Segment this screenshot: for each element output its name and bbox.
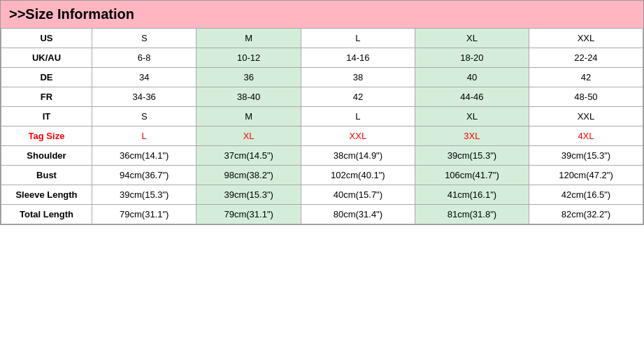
table-cell: 39cm(15.3") [415,146,529,166]
table-cell: 37cm(14.5") [196,146,301,166]
table-cell: 79cm(31.1") [92,205,196,224]
table-cell: 42 [529,68,643,87]
table-cell: 94cm(36.7") [92,166,196,185]
table-cell: XXL [529,107,643,127]
table-cell: XXL [301,127,415,146]
table-cell: 38cm(14.9") [301,146,415,166]
table-row: UK/AU6-810-1214-1618-2022-24 [1,48,643,68]
table-cell: L [301,107,415,127]
table-cell: XL [415,29,529,48]
row-label: Shoulder [1,146,92,166]
table-cell: 38 [301,68,415,87]
table-cell: 44-46 [415,87,529,107]
table-cell: 80cm(31.4") [301,205,415,224]
title-bar: >>Size Information [1,1,643,28]
table-row: DE3436384042 [1,68,643,87]
table-cell: 39cm(15.3") [196,185,301,205]
table-row: USSMLXLXXL [1,29,643,48]
row-label: Tag Size [1,127,92,146]
table-cell: 36 [196,68,301,87]
table-cell: L [92,127,196,146]
table-row: ITSMLXLXXL [1,107,643,127]
table-cell: 48-50 [529,87,643,107]
table-cell: 41cm(16.1") [415,185,529,205]
table-cell: M [196,29,301,48]
table-cell: 98cm(38.2") [196,166,301,185]
table-row: FR34-3638-404244-4648-50 [1,87,643,107]
table-row: Bust94cm(36.7")98cm(38.2")102cm(40.1")10… [1,166,643,185]
table-cell: 40 [415,68,529,87]
table-cell: 120cm(47.2") [529,166,643,185]
table-cell: S [92,29,196,48]
table-cell: L [301,29,415,48]
table-cell: 42 [301,87,415,107]
row-label: Total Length [1,205,92,224]
table-cell: 39cm(15.3") [92,185,196,205]
table-cell: 42cm(16.5") [529,185,643,205]
row-label: US [1,29,92,48]
table-cell: 6-8 [92,48,196,68]
table-row: Total Length79cm(31.1")79cm(31.1")80cm(3… [1,205,643,224]
size-table: USSMLXLXXLUK/AU6-810-1214-1618-2022-24DE… [1,28,643,224]
table-cell: S [92,107,196,127]
table-cell: 3XL [415,127,529,146]
table-cell: M [196,107,301,127]
table-cell: 82cm(32.2") [529,205,643,224]
table-row: Sleeve Length39cm(15.3")39cm(15.3")40cm(… [1,185,643,205]
size-chart-container: >>Size Information USSMLXLXXLUK/AU6-810-… [0,0,644,225]
table-cell: 102cm(40.1") [301,166,415,185]
row-label: FR [1,87,92,107]
row-label: DE [1,68,92,87]
table-cell: 22-24 [529,48,643,68]
table-cell: 10-12 [196,48,301,68]
table-cell: 81cm(31.8") [415,205,529,224]
table-row: Shoulder36cm(14.1")37cm(14.5")38cm(14.9"… [1,146,643,166]
table-cell: 18-20 [415,48,529,68]
table-row: Tag SizeLXLXXL3XL4XL [1,127,643,146]
table-cell: 34 [92,68,196,87]
table-cell: 40cm(15.7") [301,185,415,205]
table-cell: XL [415,107,529,127]
table-cell: 34-36 [92,87,196,107]
table-cell: XL [196,127,301,146]
table-cell: 38-40 [196,87,301,107]
table-cell: 14-16 [301,48,415,68]
row-label: IT [1,107,92,127]
page-title: >>Size Information [9,6,134,22]
table-cell: 39cm(15.3") [529,146,643,166]
row-label: Bust [1,166,92,185]
table-cell: 4XL [529,127,643,146]
row-label: UK/AU [1,48,92,68]
table-cell: XXL [529,29,643,48]
table-cell: 79cm(31.1") [196,205,301,224]
row-label: Sleeve Length [1,185,92,205]
table-cell: 36cm(14.1") [92,146,196,166]
table-cell: 106cm(41.7") [415,166,529,185]
